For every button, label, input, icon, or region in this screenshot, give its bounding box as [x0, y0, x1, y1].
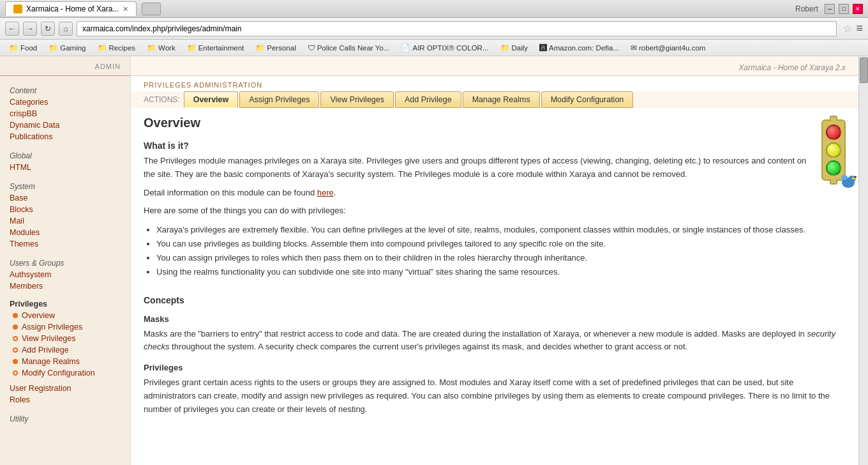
sidebar-item-user-registration[interactable]: User Registration: [0, 383, 130, 394]
content-section-label: Content: [0, 81, 130, 96]
bookmark-label: Gaming: [60, 44, 86, 52]
privileges-p1: Privileges grant certain acess rights to…: [144, 376, 846, 416]
traffic-light-tag-top: [830, 116, 837, 121]
folder-icon: 📁: [187, 43, 197, 52]
bookmark-gaming[interactable]: 📁 Gaming: [43, 42, 91, 54]
address-input[interactable]: [77, 21, 837, 36]
bookmark-work[interactable]: 📁 Work: [142, 42, 181, 54]
page-icon: 📄: [401, 43, 410, 52]
folder-icon: 📁: [147, 43, 156, 52]
overview-title: Overview: [144, 116, 809, 130]
sidebar-link-label: View Privileges: [22, 334, 76, 343]
tab-assign-privileges[interactable]: Assign Privileges: [239, 91, 319, 108]
bullet-icon: [13, 324, 18, 330]
close-button[interactable]: ✕: [853, 4, 863, 14]
bookmark-label: Food: [20, 44, 37, 52]
bird-svg: [837, 169, 858, 192]
sidebar-item-themes[interactable]: Themes: [0, 238, 130, 250]
sidebar-item-authsystem[interactable]: Authsystem: [0, 269, 130, 280]
bookmark-label: Daily: [512, 44, 528, 52]
traffic-light-red: [826, 125, 841, 140]
bookmark-personal[interactable]: 📁 Personal: [250, 42, 301, 54]
reload-button[interactable]: ↻: [41, 22, 55, 36]
admin-label: ADMIN: [0, 63, 130, 76]
tab-view-privileges[interactable]: View Privileges: [320, 91, 394, 108]
browser-addressbar: ← → ↻ ⌂ ☆ ≡: [0, 18, 868, 40]
sidebar-item-add-privilege[interactable]: Add Privilege: [0, 344, 130, 356]
list-item: You can use privileges as building block…: [156, 237, 809, 251]
main-wrapper: Xarmaica - Home of Xaraya 2.x PRIVILEGES…: [131, 56, 858, 465]
browser-tab[interactable]: Xarmaica - Home of Xara... ✕: [5, 1, 137, 16]
sidebar-item-manage-realms[interactable]: Manage Realms: [0, 356, 130, 367]
bookmark-star-icon[interactable]: ☆: [843, 22, 852, 34]
sidebar-link-label: Manage Realms: [22, 357, 80, 366]
sidebar-item-modules[interactable]: Modules: [0, 227, 130, 238]
bookmark-label: Entertainment: [198, 44, 244, 52]
site-title: Xarmaica - Home of Xaraya 2.x: [739, 63, 846, 72]
browser-menu-icon[interactable]: ≡: [856, 22, 863, 35]
sidebar-item-dynamicdata[interactable]: Dynamic Data: [0, 119, 130, 131]
actions-label: ACTIONS:: [144, 91, 180, 108]
content-area: Xarmaica - Home of Xaraya 2.x PRIVILEGES…: [131, 56, 868, 465]
user-label: Robert: [795, 4, 818, 13]
sidebar-item-mail[interactable]: Mail: [0, 215, 130, 227]
actions-bar: ACTIONS: Overview Assign Privileges View…: [131, 91, 858, 108]
sidebar-item-roles[interactable]: Roles: [0, 394, 130, 406]
list-item: Using the realms functionality you can s…: [156, 265, 809, 279]
sidebar-item-members[interactable]: Members: [0, 280, 130, 292]
tab-favicon: [13, 4, 22, 13]
detail-link[interactable]: here: [317, 188, 334, 197]
users-groups-section: Users & Groups Authsystem Members: [0, 254, 130, 292]
overview-header-text: Overview What is it? The Privileges modu…: [144, 116, 809, 285]
bookmarks-bar: 📁 Food 📁 Gaming 📁 Recipes 📁 Work 📁 Enter…: [0, 40, 868, 56]
sidebar-link-label: Assign Privileges: [22, 323, 82, 332]
bookmark-daily[interactable]: 📁 Daily: [495, 42, 534, 54]
bookmark-police[interactable]: 🛡 Police Calls Near Yo...: [303, 42, 395, 54]
sidebar-link-label: Add Privilege: [22, 346, 69, 354]
folder-icon: 📁: [255, 43, 265, 52]
sidebar-item-html[interactable]: HTML: [0, 162, 130, 173]
scrollbar[interactable]: [858, 56, 868, 465]
bookmark-food[interactable]: 📁 Food: [4, 42, 42, 54]
forward-button[interactable]: →: [23, 22, 37, 36]
home-button[interactable]: ⌂: [59, 22, 73, 36]
minimize-button[interactable]: ─: [825, 4, 835, 14]
sidebar-item-blocks[interactable]: Blocks: [0, 204, 130, 215]
priv-admin-label: PRIVILEGES ADMINISTRATION: [131, 76, 858, 91]
bookmark-amazon[interactable]: 🅰 Amazon.com: Defia...: [534, 42, 624, 54]
overview-content: Overview What is it? The Privileges modu…: [131, 116, 858, 434]
sidebar-link-label: Modify Configuration: [22, 369, 95, 377]
detail-text-before: Detail information on this module can be…: [144, 188, 317, 197]
tab-overview[interactable]: Overview: [184, 91, 239, 108]
list-item: You can assign privileges to roles which…: [156, 251, 809, 265]
bookmark-entertainment[interactable]: 📁 Entertainment: [182, 42, 250, 54]
sidebar-item-publications[interactable]: Publications: [0, 131, 130, 142]
folder-icon: 📁: [49, 43, 58, 52]
sidebar-item-base[interactable]: Base: [0, 192, 130, 204]
svg-point-3: [841, 175, 848, 180]
bookmark-email[interactable]: ✉ robert@giant4u.com: [625, 42, 710, 54]
folder-icon: 📁: [500, 43, 510, 52]
system-section-label: System: [0, 177, 130, 192]
back-button[interactable]: ←: [5, 22, 19, 36]
bookmark-airoptix[interactable]: 📄 AIR OPTIX® COLOR...: [396, 42, 493, 54]
users-groups-label: Users & Groups: [0, 254, 130, 269]
content-header: Xarmaica - Home of Xaraya 2.x: [131, 56, 858, 76]
tab-close-icon[interactable]: ✕: [123, 5, 128, 13]
bookmark-recipes[interactable]: 📁 Recipes: [93, 42, 141, 54]
sidebar-item-modify-configuration[interactable]: Modify Configuration: [0, 367, 130, 379]
what-is-it-p1: The Privileges module manages privileges…: [144, 155, 809, 181]
tab-modify-configuration[interactable]: Modify Configuration: [541, 91, 634, 108]
new-tab-button[interactable]: [142, 3, 161, 15]
scrollbar-thumb[interactable]: [860, 57, 868, 83]
sidebar-item-crispbb[interactable]: crispBB: [0, 108, 130, 119]
sidebar-item-overview[interactable]: Overview: [0, 310, 130, 321]
tab-add-privilege[interactable]: Add Privilege: [395, 91, 461, 108]
page-icon: 🛡: [308, 43, 315, 52]
maximize-button[interactable]: □: [839, 4, 849, 14]
tab-manage-realms[interactable]: Manage Realms: [463, 91, 540, 108]
sidebar-item-view-privileges[interactable]: View Privileges: [0, 333, 130, 344]
sidebar-item-categories[interactable]: Categories: [0, 96, 130, 108]
sidebar-item-assign-privileges[interactable]: Assign Privileges: [0, 321, 130, 333]
masks-p1: Masks are the "barriers to entry" that r…: [144, 328, 846, 354]
